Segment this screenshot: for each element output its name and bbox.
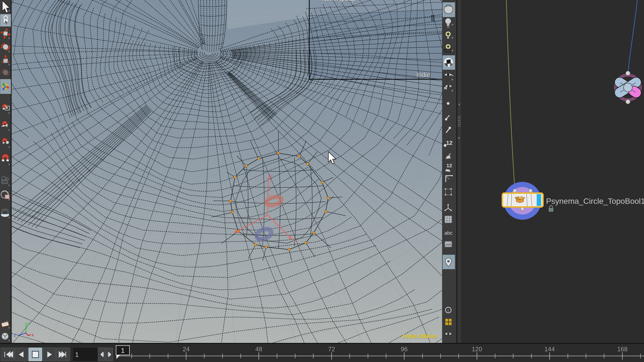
svg-text:y: y [270, 173, 272, 178]
svg-text:x: x [32, 332, 34, 338]
svg-text:1: 1 [121, 347, 124, 354]
svg-text:48: 48 [255, 346, 262, 353]
svg-text:168: 168 [617, 346, 628, 353]
svg-text:abc: abc [444, 230, 452, 236]
svg-text:12: 12 [446, 140, 452, 146]
svg-text:24: 24 [183, 346, 190, 353]
svg-text:144: 144 [544, 346, 555, 353]
svg-text:y: y [27, 321, 30, 326]
svg-text:96: 96 [401, 346, 408, 353]
svg-text:i: i [448, 308, 448, 313]
svg-text:x: x [293, 237, 295, 242]
svg-text:z: z [14, 332, 16, 338]
svg-text:120: 120 [472, 346, 482, 353]
svg-text:12: 12 [446, 163, 452, 168]
svg-text:1: 1 [75, 351, 79, 358]
svg-text:72: 72 [328, 346, 335, 353]
